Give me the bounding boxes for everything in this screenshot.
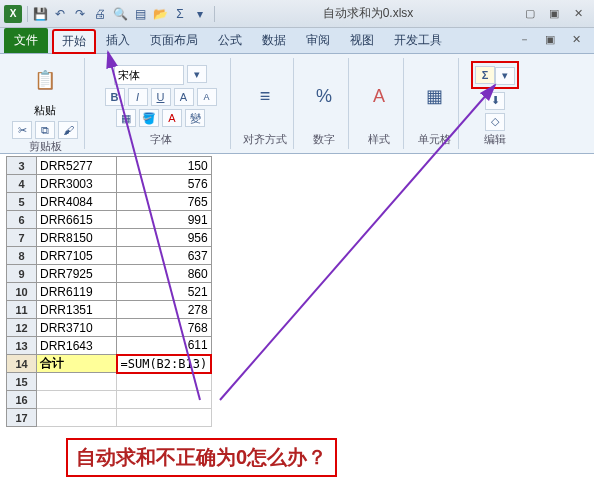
cut-icon[interactable]: ✂ xyxy=(12,121,32,139)
table-row[interactable]: 11DRR1351278 xyxy=(7,301,212,319)
tab-layout[interactable]: 页面布局 xyxy=(140,28,208,53)
table-row[interactable]: 5DRR4084765 xyxy=(7,193,212,211)
cell[interactable]: 150 xyxy=(117,157,212,175)
table-row[interactable]: 7DRR8150956 xyxy=(7,229,212,247)
sum-formula-cell[interactable]: =SUM(B2:B13) xyxy=(117,355,212,373)
cell[interactable]: 765 xyxy=(117,193,212,211)
row-header[interactable]: 6 xyxy=(7,211,37,229)
cell[interactable]: DRR3003 xyxy=(37,175,117,193)
cell[interactable]: 576 xyxy=(117,175,212,193)
tab-data[interactable]: 数据 xyxy=(252,28,296,53)
table-row[interactable]: 13DRR1643611 xyxy=(7,337,212,355)
undo-icon[interactable]: ↶ xyxy=(51,5,69,23)
row-header[interactable]: 15 xyxy=(7,373,37,391)
cell[interactable]: 611 xyxy=(117,337,212,355)
row-header[interactable]: 10 xyxy=(7,283,37,301)
cell[interactable]: DRR8150 xyxy=(37,229,117,247)
tab-dev[interactable]: 开发工具 xyxy=(384,28,452,53)
font-name-select[interactable]: 宋体 xyxy=(114,65,184,85)
sigma-icon[interactable]: Σ xyxy=(171,5,189,23)
sum-label-cell[interactable]: 合计 xyxy=(37,355,117,373)
italic-button[interactable]: I xyxy=(128,88,148,106)
row-header[interactable]: 12 xyxy=(7,319,37,337)
font-color-button[interactable]: A xyxy=(162,109,182,127)
row-header[interactable]: 8 xyxy=(7,247,37,265)
number-format-button[interactable]: % xyxy=(306,76,342,116)
open-icon[interactable]: 📂 xyxy=(151,5,169,23)
wb-close-button[interactable]: ✕ xyxy=(566,32,586,46)
grow-font-button[interactable]: A xyxy=(174,88,194,106)
worksheet-area[interactable]: 3DRR52771504DRR30035765DRR40847656DRR661… xyxy=(6,156,588,497)
tab-view[interactable]: 视图 xyxy=(340,28,384,53)
row-header[interactable]: 9 xyxy=(7,265,37,283)
cell[interactable]: 521 xyxy=(117,283,212,301)
cell[interactable]: DRR7105 xyxy=(37,247,117,265)
fill-color-button[interactable]: 🪣 xyxy=(139,109,159,127)
cell[interactable]: 956 xyxy=(117,229,212,247)
cell[interactable]: DRR5277 xyxy=(37,157,117,175)
row-header[interactable]: 14 xyxy=(7,355,37,373)
table-row[interactable]: 6DRR6615991 xyxy=(7,211,212,229)
tab-insert[interactable]: 插入 xyxy=(96,28,140,53)
table-row[interactable]: 4DRR3003576 xyxy=(7,175,212,193)
minimize-button[interactable]: ▢ xyxy=(520,7,540,21)
restore-button[interactable]: ▣ xyxy=(544,7,564,21)
border-button[interactable]: ▦ xyxy=(116,109,136,127)
row-header[interactable]: 17 xyxy=(7,409,37,427)
redo-icon[interactable]: ↷ xyxy=(71,5,89,23)
cells-button[interactable]: ▦ xyxy=(416,76,452,116)
table-row[interactable]: 8DRR7105637 xyxy=(7,247,212,265)
phonetic-button[interactable]: 變 xyxy=(185,109,205,127)
format-painter-icon[interactable]: 🖌 xyxy=(58,121,78,139)
row-header[interactable]: 16 xyxy=(7,391,37,409)
cell[interactable] xyxy=(117,391,212,409)
row-header[interactable]: 5 xyxy=(7,193,37,211)
wb-restore-button[interactable]: ▣ xyxy=(540,32,560,46)
paste-button[interactable]: 📋 xyxy=(27,60,63,100)
table-row[interactable]: 16 xyxy=(7,391,212,409)
cell[interactable] xyxy=(37,409,117,427)
row-header[interactable]: 7 xyxy=(7,229,37,247)
cell[interactable] xyxy=(117,373,212,391)
shrink-font-button[interactable]: A xyxy=(197,88,217,106)
cell[interactable]: 860 xyxy=(117,265,212,283)
bold-button[interactable]: B xyxy=(105,88,125,106)
table-row[interactable]: 3DRR5277150 xyxy=(7,157,212,175)
cell[interactable]: DRR1351 xyxy=(37,301,117,319)
align-button[interactable]: ≡ xyxy=(247,76,283,116)
cell[interactable]: DRR4084 xyxy=(37,193,117,211)
preview-icon[interactable]: 🔍 xyxy=(111,5,129,23)
clear-button[interactable]: ◇ xyxy=(485,113,505,131)
wb-minimize-button[interactable]: － xyxy=(514,32,534,46)
row-header[interactable]: 11 xyxy=(7,301,37,319)
worksheet-grid[interactable]: 3DRR52771504DRR30035765DRR40847656DRR661… xyxy=(6,156,212,427)
cell[interactable]: DRR6615 xyxy=(37,211,117,229)
cell[interactable]: DRR3710 xyxy=(37,319,117,337)
row-header[interactable]: 13 xyxy=(7,337,37,355)
table-row[interactable]: 15 xyxy=(7,373,212,391)
tab-file[interactable]: 文件 xyxy=(4,28,48,53)
cell[interactable]: 278 xyxy=(117,301,212,319)
copy-icon[interactable]: ⧉ xyxy=(35,121,55,139)
cell[interactable]: 991 xyxy=(117,211,212,229)
table-row[interactable]: 17 xyxy=(7,409,212,427)
cell[interactable]: 768 xyxy=(117,319,212,337)
table-row[interactable]: 9DRR7925860 xyxy=(7,265,212,283)
print-icon[interactable]: 🖨 xyxy=(91,5,109,23)
row-header[interactable]: 4 xyxy=(7,175,37,193)
save-icon[interactable]: 💾 xyxy=(31,5,49,23)
underline-button[interactable]: U xyxy=(151,88,171,106)
fill-button[interactable]: ⬇ xyxy=(485,92,505,110)
tab-formulas[interactable]: 公式 xyxy=(208,28,252,53)
close-button[interactable]: ✕ xyxy=(568,7,588,21)
font-size-select[interactable]: ▾ xyxy=(187,65,207,83)
tab-home[interactable]: 开始 xyxy=(52,29,96,54)
cell[interactable]: DRR6119 xyxy=(37,283,117,301)
styles-button[interactable]: A xyxy=(361,76,397,116)
sort-icon[interactable]: ▤ xyxy=(131,5,149,23)
dropdown-icon[interactable]: ▾ xyxy=(191,5,209,23)
table-row[interactable]: 12DRR3710768 xyxy=(7,319,212,337)
cell[interactable]: DRR1643 xyxy=(37,337,117,355)
cell[interactable]: 637 xyxy=(117,247,212,265)
cell[interactable] xyxy=(117,409,212,427)
